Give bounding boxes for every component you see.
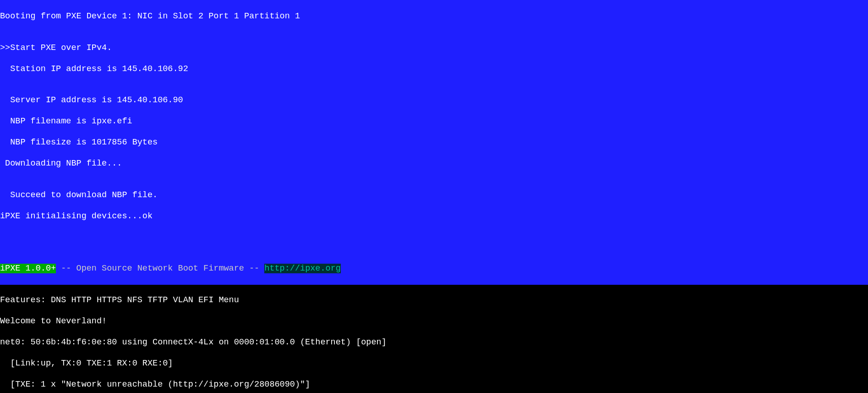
pxe-start: >>Start PXE over IPv4. (0, 43, 868, 54)
net0-link-status: [Link:up, TX:0 TXE:1 RX:0 RXE:0] (0, 359, 868, 369)
ipxe-init: iPXE initialising devices...ok (0, 211, 868, 222)
welcome-line: Welcome to Neverland! (0, 316, 868, 327)
pxe-header: Booting from PXE Device 1: NIC in Slot 2… (0, 11, 868, 22)
pxe-nbp-filename: NBP filename is ipxe.efi (0, 116, 868, 127)
banner-separator: -- Open Source Network Boot Firmware -- (56, 264, 264, 273)
ipxe-url-link[interactable]: http://ipxe.org (264, 264, 341, 273)
ipxe-banner: iPXE 1.0.0+ -- Open Source Network Boot … (0, 264, 868, 274)
pxe-boot-section: Booting from PXE Device 1: NIC in Slot 2… (0, 0, 868, 285)
ipxe-features: Features: DNS HTTP HTTPS NFS TFTP VLAN E… (0, 295, 868, 306)
pxe-succeed: Succeed to download NBP file. (0, 190, 868, 201)
pxe-station-ip: Station IP address is 145.40.106.92 (0, 64, 868, 75)
net0-txe-error: [TXE: 1 x "Network unreachable (http://i… (0, 380, 868, 390)
ipxe-output-section: Features: DNS HTTP HTTPS NFS TFTP VLAN E… (0, 285, 868, 393)
pxe-server-ip: Server IP address is 145.40.106.90 (0, 95, 868, 106)
ipxe-version-badge: iPXE 1.0.0+ (0, 264, 56, 273)
pxe-downloading: Downloading NBP file... (0, 159, 868, 169)
pxe-nbp-filesize: NBP filesize is 1017856 Bytes (0, 138, 868, 148)
net0-mac: net0: 50:6b:4b:f6:0e:80 using ConnectX-4… (0, 338, 868, 348)
